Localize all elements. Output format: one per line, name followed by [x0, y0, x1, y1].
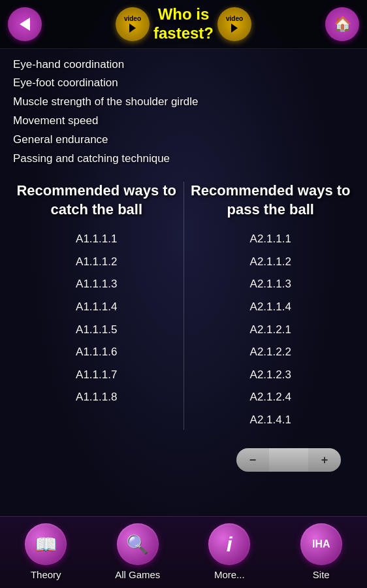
- catch-code: A1.1.1.8: [13, 387, 180, 408]
- site-icon: IHA: [300, 523, 342, 565]
- video-label-right: video: [226, 16, 243, 22]
- pass-items: A2.1.1.1A2.1.1.2A2.1.1.3A2.1.1.4A2.1.2.1…: [187, 229, 355, 430]
- header-center: video Who is fastest? video: [42, 5, 325, 43]
- main-content: Eye-hand coordinationEye-foot coordinati…: [0, 49, 367, 516]
- video-label-left: video: [124, 16, 141, 22]
- nav-item-theory[interactable]: 📖 Theory: [13, 523, 78, 580]
- pass-code: A2.1.1.2: [187, 252, 355, 272]
- all-games-icon: 🔍: [117, 523, 159, 565]
- nav-item-site[interactable]: IHA Site: [289, 523, 354, 580]
- zoom-control: − +: [236, 448, 341, 472]
- nav-item-more[interactable]: i More...: [197, 523, 262, 580]
- theory-icon: 📖: [25, 523, 67, 565]
- skill-item: General endurance: [13, 131, 354, 150]
- all-games-label: All Games: [115, 569, 160, 580]
- skill-item: Movement speed: [13, 112, 354, 131]
- catch-code: A1.1.1.5: [13, 320, 180, 340]
- skill-item: Eye-hand coordination: [13, 56, 354, 74]
- catch-column: Recommended ways to catch the ball A1.1.…: [13, 182, 180, 431]
- zoom-track: [269, 448, 308, 472]
- bottom-nav: 📖 Theory 🔍 All Games i More... IHA Site: [0, 516, 367, 588]
- zoom-bar: − +: [13, 443, 354, 477]
- pass-code: A2.1.2.3: [187, 365, 355, 385]
- play-icon-left: [129, 24, 136, 33]
- catch-code: A1.1.1.1: [13, 229, 180, 250]
- skill-item: Muscle strength of the shoulder girdle: [13, 93, 354, 112]
- skill-item: Passing and catching technique: [13, 150, 354, 169]
- recommendations-section: Recommended ways to catch the ball A1.1.…: [13, 182, 354, 431]
- pass-column: Recommended ways to pass the ball A2.1.1…: [187, 182, 355, 431]
- app-header: video Who is fastest? video 🏠: [0, 0, 367, 49]
- more-icon: i: [208, 523, 250, 565]
- home-button[interactable]: 🏠: [325, 7, 359, 41]
- pass-code: A2.1.1.3: [187, 274, 355, 295]
- catch-header: Recommended ways to catch the ball: [13, 182, 180, 219]
- pass-code: A2.1.4.1: [187, 410, 355, 431]
- skill-item: Eye-foot coordination: [13, 74, 354, 93]
- catch-code: A1.1.1.2: [13, 252, 180, 272]
- video-button-right[interactable]: video: [217, 7, 251, 41]
- pass-header: Recommended ways to pass the ball: [187, 182, 355, 219]
- play-icon-right: [231, 24, 238, 33]
- catch-items: A1.1.1.1A1.1.1.2A1.1.1.3A1.1.1.4A1.1.1.5…: [13, 229, 180, 408]
- pass-code: A2.1.1.1: [187, 229, 355, 250]
- site-label: Site: [313, 569, 330, 580]
- zoom-plus-button[interactable]: +: [308, 448, 341, 472]
- home-icon: 🏠: [334, 16, 351, 33]
- pass-code: A2.1.2.4: [187, 387, 355, 408]
- pass-code: A2.1.1.4: [187, 297, 355, 318]
- header-title: Who is fastest?: [153, 5, 214, 43]
- catch-code: A1.1.1.4: [13, 297, 180, 318]
- catch-code: A1.1.1.6: [13, 342, 180, 363]
- zoom-minus-button[interactable]: −: [236, 448, 269, 472]
- pass-code: A2.1.2.1: [187, 320, 355, 340]
- back-button[interactable]: [8, 7, 42, 41]
- theory-label: Theory: [31, 569, 61, 580]
- column-divider: [184, 182, 184, 431]
- nav-item-all-games[interactable]: 🔍 All Games: [105, 523, 170, 580]
- catch-code: A1.1.1.7: [13, 365, 180, 385]
- back-arrow-icon: [20, 18, 30, 31]
- pass-code: A2.1.2.2: [187, 342, 355, 363]
- more-label: More...: [214, 569, 245, 580]
- catch-code: A1.1.1.3: [13, 274, 180, 295]
- video-button-left[interactable]: video: [116, 7, 150, 41]
- skills-list: Eye-hand coordinationEye-foot coordinati…: [13, 56, 354, 169]
